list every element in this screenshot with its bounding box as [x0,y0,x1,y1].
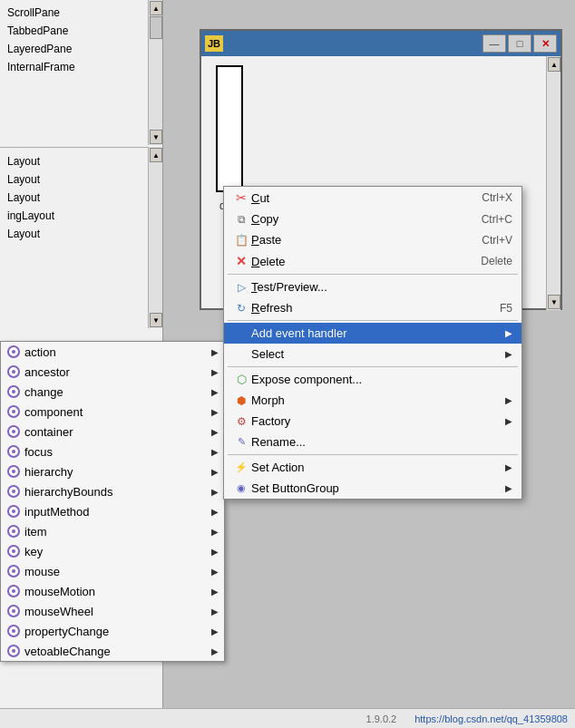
submenu-container-arrow: ▶ [211,427,219,437]
left-item-layout3[interactable]: Layout [0,189,62,207]
status-bar: 1.9.0.2 https://blog.csdn.net/qq_4135980… [0,708,575,728]
panel-divider-1 [0,147,148,148]
ctx-select[interactable]: Select ▶ [224,344,521,364]
propertychange-event-icon [5,624,23,638]
ctx-setbuttongroup-arrow: ▶ [505,483,512,493]
submenu-ancestor-label: ancestor [23,365,211,379]
submenu-change-label: change [23,385,211,399]
submenu-vetoablechange[interactable]: vetoableChange ▶ [1,641,224,661]
scroll-up-arrow-2[interactable]: ▲ [150,148,162,162]
version-text: 1.9.0.2 [366,713,397,724]
submenu-ancestor[interactable]: ancestor ▶ [1,362,224,382]
jb-canvas [216,65,243,192]
jb-scroll-up[interactable]: ▲ [548,57,560,72]
submenu-change[interactable]: change ▶ [1,382,224,402]
preview-icon: ▷ [231,281,251,294]
ctx-testpreview[interactable]: ▷ Test/Preview... [224,277,521,297]
left-item-inglayout[interactable]: ingLayout [0,207,62,225]
ctx-select-label: Select [251,347,502,361]
left-item-tabbedpane[interactable]: TabbedPane [0,22,162,40]
left-item-layout2[interactable]: Layout [0,170,62,189]
submenu-mouse-arrow: ▶ [211,567,219,577]
scissors-icon: ✂ [231,190,251,205]
submenu-component[interactable]: component ▶ [1,402,224,422]
vetoablechange-event-icon [5,644,23,658]
expose-icon: ⬡ [231,373,251,386]
copy-icon: ⧉ [231,213,251,226]
ctx-addevent-label: Add event handler [251,326,502,340]
left-item-scrollpane[interactable]: ScrollPane [0,4,162,22]
jb-scrollbar[interactable]: ▲ ▼ [546,56,560,310]
ctx-expose[interactable]: ⬡ Expose component... [224,369,521,390]
submenu-hierarchybounds[interactable]: hierarchyBounds ▶ [1,481,224,501]
submenu-panel: action ▶ ancestor ▶ change ▶ component ▶… [0,341,225,662]
close-button[interactable]: ✕ [533,34,557,53]
ctx-setbuttongroup-label: Set ButtonGroup [251,481,502,495]
scroll-bar-top[interactable]: ▲ ▼ [148,0,162,145]
jb-title-icon: JB [205,35,223,52]
submenu-item[interactable]: item ▶ [1,521,224,541]
ctx-rename[interactable]: ✎ Rename... [224,432,521,452]
submenu-container[interactable]: container ▶ [1,422,224,442]
ctx-testpreview-label: Test/Preview... [251,280,512,294]
scroll-bar-mid[interactable]: ▲ ▼ [148,147,162,328]
submenu-focus[interactable]: focus ▶ [1,442,224,461]
evt-circle-inputmethod [7,505,20,518]
submenu-mousewheel[interactable]: mouseWheel ▶ [1,601,224,621]
container-event-icon [5,424,23,439]
submenu-key[interactable]: key ▶ [1,541,224,561]
ctx-paste[interactable]: 📋 Paste Ctrl+V [224,229,521,250]
evt-circle-propertychange [7,625,20,637]
submenu-mousewheel-label: mouseWheel [23,605,211,618]
submenu-hierarchy[interactable]: hierarchy ▶ [1,461,224,481]
left-item-layout1[interactable]: Layout [0,152,62,170]
maximize-button[interactable]: □ [508,34,531,53]
ctx-setbuttongroup[interactable]: ◉ Set ButtonGroup ▶ [224,478,521,499]
scroll-down-arrow-2[interactable]: ▼ [150,313,162,327]
scroll-thumb[interactable] [150,16,162,39]
evt-circle-item [7,525,20,538]
left-item-internalframe[interactable]: InternalFrame [0,58,162,76]
focus-event-icon [5,444,23,459]
evt-circle-change [7,385,20,398]
submenu-focus-label: focus [23,445,211,459]
ctx-delete[interactable]: ✕ Delete Delete [224,250,521,272]
evt-circle-action [7,345,20,358]
ctx-addevent[interactable]: Add event handler ▶ [224,323,521,344]
scroll-down-arrow[interactable]: ▼ [150,130,162,144]
ctx-delete-label: Delete [251,255,481,268]
hierarchybounds-event-icon [5,484,23,499]
jb-scroll-down[interactable]: ▼ [548,295,560,309]
submenu-mousemotion[interactable]: mouseMotion ▶ [1,581,224,601]
ctx-refresh-shortcut: F5 [500,302,512,315]
ctx-cut-label: Cut [251,191,482,205]
ctx-factory-label: Factory [251,414,502,428]
key-event-icon [5,544,23,558]
ctx-factory[interactable]: ⚙ Factory ▶ [224,411,521,432]
submenu-action[interactable]: action ▶ [1,342,224,362]
evt-circle-hierarchy [7,465,20,478]
delete-icon: ✕ [231,254,251,268]
rename-icon: ✎ [231,436,251,448]
submenu-focus-arrow: ▶ [211,447,219,457]
ctx-select-arrow: ▶ [505,349,512,359]
submenu-mouse-label: mouse [23,565,211,578]
submenu-propertychange-arrow: ▶ [211,626,219,636]
submenu-mouse[interactable]: mouse ▶ [1,561,224,581]
ctx-addevent-arrow: ▶ [505,328,512,338]
scroll-up-arrow[interactable]: ▲ [150,1,162,15]
left-item-layout4[interactable]: Layout [0,225,62,243]
ctx-copy[interactable]: ⧉ Copy Ctrl+C [224,209,521,229]
ctx-cut[interactable]: ✂ Cut Ctrl+X [224,187,521,209]
minimize-button[interactable]: — [482,34,506,53]
submenu-propertychange[interactable]: propertyChange ▶ [1,621,224,641]
ctx-refresh[interactable]: ↻ Refresh F5 [224,297,521,318]
ctx-morph[interactable]: ⬢ Morph ▶ [224,390,521,411]
submenu-inputmethod[interactable]: inputMethod ▶ [1,501,224,521]
ctx-delete-shortcut: Delete [481,255,512,267]
left-item-layeredpane[interactable]: LayeredPane [0,40,162,58]
ctx-setaction[interactable]: ⚡ Set Action ▶ [224,457,521,478]
action-event-icon [5,345,23,359]
evt-circle-ancestor [7,365,20,378]
submenu-key-label: key [23,545,211,558]
